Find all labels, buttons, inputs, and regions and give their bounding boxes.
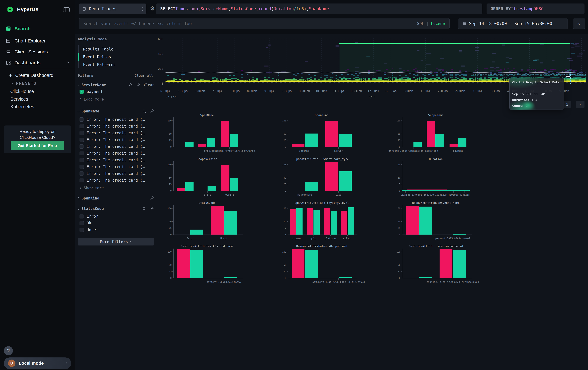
bar-red[interactable] [221, 121, 229, 147]
bar-red[interactable] [221, 165, 230, 191]
sidebar-item-client-sessions[interactable]: Client Sessions [0, 47, 75, 57]
filter-option[interactable]: Ok [80, 221, 91, 225]
bar-green[interactable] [230, 134, 238, 147]
filter-option[interactable]: Error: The credit card (… [80, 138, 145, 142]
checkbox-unchecked[interactable] [80, 117, 84, 122]
sidebar-item-services[interactable]: Services [10, 97, 28, 102]
lucene-mode-button[interactable]: Lucene [431, 21, 445, 26]
run-query-button[interactable]: ▷ [573, 18, 585, 29]
pin-icon[interactable] [136, 83, 140, 87]
pin-icon[interactable] [150, 207, 154, 211]
checkbox-unchecked[interactable] [80, 178, 84, 182]
tab-event-deltas[interactable]: Event Deltas [83, 55, 111, 59]
sidebar-item-dashboards[interactable]: Dashboards [0, 58, 75, 68]
bar-red[interactable] [198, 144, 206, 147]
bar-red[interactable] [341, 211, 347, 235]
checkbox-unchecked[interactable] [80, 151, 84, 155]
filter-option[interactable]: Unset [80, 228, 98, 232]
bar-green[interactable] [190, 250, 203, 278]
bar-green[interactable] [230, 178, 238, 191]
next-page-button[interactable]: › [576, 101, 584, 108]
local-mode-button[interactable]: U Local mode [4, 358, 71, 369]
filter-group-header-spanname[interactable]: SpanName [78, 108, 154, 114]
bar-green-strip[interactable] [402, 190, 470, 191]
bar-green[interactable] [224, 211, 237, 235]
bar-green[interactable] [348, 207, 354, 235]
pin-icon[interactable] [150, 196, 154, 200]
help-button[interactable]: ? [4, 346, 13, 355]
pin-icon[interactable] [150, 109, 154, 113]
sidebar-item-chart-explorer[interactable]: Chart Explorer [0, 36, 75, 46]
show-more-button[interactable]: Show more [80, 186, 104, 190]
sql-query-input[interactable]: SELECT Timestamp, ServiceName, StatusCod… [156, 4, 482, 14]
bar-red[interactable] [440, 249, 452, 278]
bar-red[interactable] [177, 249, 190, 278]
checkbox-unchecked[interactable] [80, 228, 84, 232]
filter-group-header-servicename[interactable]: ServiceNameClear [78, 82, 154, 88]
filter-group-header-spankind[interactable]: SpanKind [78, 195, 154, 201]
checkbox-unchecked[interactable] [80, 158, 84, 162]
bar-red[interactable] [290, 209, 296, 235]
bar-red[interactable] [177, 188, 185, 191]
bar-green[interactable] [305, 133, 318, 147]
checkbox-unchecked[interactable] [80, 165, 84, 169]
checkbox-unchecked[interactable] [80, 144, 84, 149]
bar-green[interactable] [305, 182, 318, 191]
checkbox-unchecked[interactable] [80, 221, 84, 225]
create-dashboard-button[interactable]: + Create Dashboard [9, 72, 53, 79]
checkbox-unchecked[interactable] [80, 131, 84, 135]
search-icon[interactable] [142, 109, 146, 113]
gear-icon[interactable]: ⚙ [150, 5, 155, 11]
bar-green[interactable] [305, 250, 318, 278]
bar-green[interactable] [224, 277, 237, 278]
filter-option[interactable]: Error: The credit card (… [80, 165, 145, 169]
bar-green[interactable] [419, 277, 432, 278]
filter-group-header-statuscode[interactable]: StatusCode [78, 205, 154, 212]
bar-green[interactable] [453, 234, 466, 235]
filter-option[interactable]: Error: The credit card (… [80, 131, 145, 135]
bar-red[interactable] [292, 144, 304, 147]
checkbox-unchecked[interactable] [80, 214, 84, 219]
bar-red[interactable] [427, 121, 435, 147]
filter-option[interactable]: Error: The credit card (… [80, 117, 145, 122]
clear-all-button[interactable]: Clear all [135, 74, 153, 78]
filter-option[interactable]: Error: The credit card (… [80, 171, 145, 176]
filter-option[interactable]: ✓payment [80, 90, 103, 94]
presets-toggle[interactable]: PRESETS [11, 80, 37, 86]
bar-red[interactable] [326, 162, 338, 191]
bar-red[interactable] [211, 206, 224, 235]
bar-green[interactable] [208, 186, 216, 191]
sql-mode-button[interactable]: SQL [417, 21, 424, 26]
selection-rectangle[interactable] [339, 43, 570, 72]
bar-green[interactable] [339, 277, 352, 278]
tab-results-table[interactable]: Results Table [83, 47, 113, 51]
sidebar-item-clickhouse[interactable]: ClickHouse [10, 89, 34, 94]
bar-green[interactable] [419, 207, 432, 235]
order-by-input[interactable]: ORDER BY Timestamp DESC [487, 4, 584, 14]
bar-green[interactable] [190, 230, 203, 235]
bar-green[interactable] [435, 134, 444, 147]
filter-option[interactable]: Error: The credit card (… [80, 144, 145, 149]
bar-green[interactable] [458, 138, 466, 147]
search-icon[interactable] [128, 83, 133, 87]
bar-red[interactable] [292, 249, 304, 278]
get-started-button[interactable]: Get Started for Free [11, 141, 64, 150]
bar-green[interactable] [185, 182, 194, 191]
date-range-picker[interactable]: Sep 14 18:00:00 - Sep 15 05:30:00 [458, 18, 568, 29]
tab-event-patterns[interactable]: Event Patterns [83, 62, 116, 67]
filter-option[interactable]: Error: The credit card (… [80, 178, 145, 183]
sidebar-item-search[interactable]: Search [0, 23, 75, 34]
bar-green[interactable] [185, 142, 194, 147]
bar-green[interactable] [413, 142, 422, 147]
bar-green[interactable] [331, 211, 337, 235]
bar-green[interactable] [453, 250, 466, 278]
bar-red[interactable] [450, 144, 458, 147]
search-icon[interactable] [142, 207, 146, 211]
bar-green[interactable] [207, 138, 215, 147]
checkbox-unchecked[interactable] [80, 138, 84, 142]
bar-green[interactable] [339, 171, 352, 191]
checkbox-unchecked[interactable] [80, 171, 84, 176]
search-input[interactable]: Search your events w/ Lucene ex. column:… [79, 18, 450, 29]
bar-red[interactable] [406, 206, 419, 235]
load-more-button[interactable]: Load more [80, 97, 104, 101]
